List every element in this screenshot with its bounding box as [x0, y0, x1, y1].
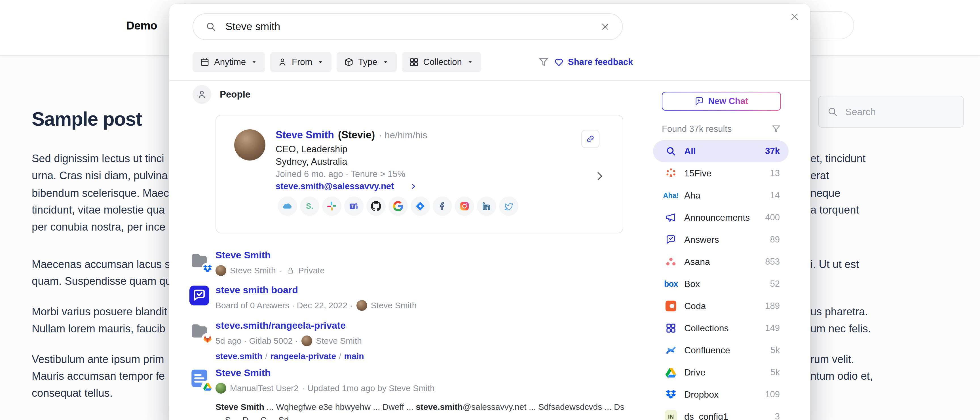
teams-icon[interactable]	[344, 197, 364, 216]
result-title[interactable]: Steve Smith	[215, 367, 271, 378]
confluence-icon	[665, 344, 677, 356]
chevron-right-icon[interactable]	[410, 183, 417, 190]
background-search-box[interactable]: Search	[818, 96, 964, 127]
article-line: a torquent	[810, 204, 859, 216]
source-label: Aha	[684, 190, 700, 201]
brand-logo: Demo	[126, 19, 157, 32]
sidebar-item-aha[interactable]: Aha! Aha 14	[653, 185, 789, 207]
sidebar-item-15five[interactable]: 15Five 13	[653, 162, 789, 185]
modal-search-bar[interactable]: Steve smith	[192, 13, 623, 40]
fifteenfive-icon	[665, 167, 677, 179]
person-location: Sydney, Australia	[275, 156, 347, 167]
sidebar-item-asana[interactable]: Asana 853	[653, 251, 789, 273]
sidebar-item-all[interactable]: All 37k	[653, 140, 789, 162]
article-line: bibendum scelerisque. Maec	[32, 187, 169, 199]
source-label: Coda	[684, 301, 706, 311]
share-feedback-link[interactable]: Share feedback	[554, 57, 633, 67]
linkedin-icon[interactable]	[477, 197, 496, 216]
sidebar-item-drive[interactable]: Drive 5k	[653, 361, 789, 383]
copy-link-button[interactable]	[581, 130, 600, 148]
sidebar-item-ds-config1[interactable]: IN ds_config1 3	[653, 406, 789, 420]
filter-icon[interactable]	[771, 124, 781, 134]
source-label: Collections	[684, 323, 729, 334]
coda-icon	[665, 300, 677, 312]
drive-icon	[665, 366, 677, 378]
heart-icon	[554, 57, 564, 67]
search-result[interactable]: Steve Smith Steve Smith · Private	[189, 250, 626, 276]
slack-icon[interactable]	[322, 197, 341, 216]
search-result[interactable]: Steve Smith ManualTest User2 · Updated 1…	[189, 367, 626, 420]
person-pronouns: · he/him/his	[379, 130, 427, 141]
sidebar-item-answers[interactable]: Answers 89	[653, 229, 789, 251]
avatar	[356, 300, 367, 311]
sidebar-item-dropbox[interactable]: Dropbox 109	[653, 383, 789, 406]
person-card[interactable]: Steve Smith (Stevie) · he/him/his CEO, L…	[215, 115, 623, 233]
result-title[interactable]: steve.smith/rangeela-private	[215, 320, 346, 331]
filter-from-dropdown[interactable]: From	[270, 52, 331, 72]
people-section-header: People	[192, 85, 250, 104]
expand-person-icon[interactable]	[594, 170, 605, 182]
article-line: quam. Suspendisse quam qu	[32, 275, 170, 287]
people-icon	[192, 85, 211, 104]
sidebar-item-confluence[interactable]: Confluence 5k	[653, 339, 789, 361]
search-result[interactable]: steve smith board Board of 0 Answers · D…	[189, 285, 626, 311]
article-text-right: et, tincidunteratnequea torquenti. Ut ut…	[810, 0, 969, 420]
source-count: 13	[770, 168, 780, 178]
filter-collection-dropdown[interactable]: Collection	[402, 52, 481, 72]
google-icon[interactable]	[388, 197, 408, 216]
avatar	[215, 383, 226, 394]
results-summary: Found 37k results	[662, 124, 732, 134]
breadcrumb-segment[interactable]: main	[344, 352, 364, 361]
source-count: 149	[765, 323, 780, 333]
filter-collection-label: Collection	[423, 57, 462, 67]
result-title[interactable]: steve smith board	[215, 285, 298, 296]
instagram-icon[interactable]	[455, 197, 474, 216]
grid-icon	[409, 57, 419, 67]
result-meta: 5d ago · Gitlab 5002 ·	[215, 336, 298, 346]
twitter-icon[interactable]	[499, 197, 519, 216]
clear-search-icon[interactable]	[601, 22, 610, 31]
shortcut-icon[interactable]: S.	[300, 197, 319, 216]
sidebar-item-announcements[interactable]: Announcements 400	[653, 207, 789, 229]
article-line: Sed dignissim lectus ut tinci	[32, 153, 164, 165]
filter-icon[interactable]	[538, 56, 549, 68]
source-count: 89	[770, 234, 780, 245]
person-icon	[278, 57, 287, 67]
search-result[interactable]: steve.smith/rangeela-private 5d ago · Gi…	[189, 320, 626, 361]
sidebar-item-coda[interactable]: Coda 189	[653, 295, 789, 317]
filter-type-label: Type	[358, 57, 377, 67]
avatar	[234, 129, 266, 161]
source-count: 109	[765, 389, 780, 399]
facebook-icon[interactable]	[433, 197, 452, 216]
breadcrumb-segment[interactable]: rangeela-private	[270, 352, 336, 361]
source-count: 52	[770, 279, 780, 289]
sidebar-item-box[interactable]: box Box 52	[653, 273, 789, 295]
filter-type-dropdown[interactable]: Type	[337, 52, 396, 72]
close-icon[interactable]	[790, 11, 801, 22]
breadcrumb-segment[interactable]: steve.smith	[215, 352, 262, 361]
person-name-link[interactable]: Steve Smith	[275, 129, 334, 141]
result-title[interactable]: Steve Smith	[215, 250, 271, 261]
github-icon[interactable]	[366, 197, 386, 216]
person-email-link[interactable]: steve.smith@salessavvy.net	[275, 181, 394, 191]
aha-icon: Aha!	[665, 189, 677, 201]
sidebar-item-collections[interactable]: Collections 149	[653, 317, 789, 339]
article-text-left: Sed dignissim lectus ut tinciurna. Cras …	[32, 0, 170, 420]
source-label: 15Five	[684, 168, 711, 179]
box-icon: box	[665, 278, 677, 290]
filter-anytime-dropdown[interactable]: Anytime	[192, 52, 265, 72]
salesforce-icon[interactable]	[278, 197, 297, 216]
new-chat-button[interactable]: New Chat	[662, 92, 781, 111]
filter-chip-row: Anytime From Type Collection	[192, 52, 481, 72]
jira-icon[interactable]	[410, 197, 430, 216]
result-snippet: Steve Smith ... Wqhegfwe e3e hbwyehw ...…	[215, 401, 626, 420]
dropbox-icon	[665, 388, 677, 401]
source-label: Drive	[684, 367, 705, 378]
source-count: 3	[775, 412, 780, 420]
source-label: Dropbox	[684, 389, 719, 400]
source-label: Answers	[684, 234, 719, 245]
article-line: per conubia nostra, per ince	[32, 221, 165, 233]
avatar	[215, 265, 226, 276]
search-input[interactable]: Steve smith	[226, 21, 280, 33]
result-author: Steve Smith	[230, 266, 276, 275]
